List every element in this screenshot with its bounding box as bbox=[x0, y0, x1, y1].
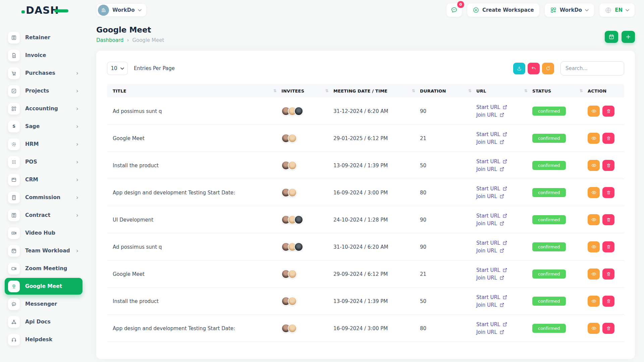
external-link-icon bbox=[502, 213, 507, 218]
external-link-icon bbox=[499, 139, 504, 144]
view-button[interactable] bbox=[588, 133, 600, 144]
sidebar-item-team-workload[interactable]: Team Workload › bbox=[5, 242, 83, 259]
undo-button[interactable] bbox=[528, 63, 540, 74]
language-selector[interactable]: EN bbox=[599, 3, 635, 17]
start-url-link[interactable]: Start URL bbox=[476, 104, 507, 110]
sort-icon[interactable]: ⇅ bbox=[468, 88, 472, 93]
sidebar-item-api-docs[interactable]: Api Docs bbox=[5, 313, 83, 330]
start-url-link[interactable]: Start URL bbox=[476, 267, 507, 273]
chevron-right-icon: › bbox=[76, 70, 78, 76]
delete-button[interactable] bbox=[602, 241, 614, 252]
table-header-status[interactable]: STATUS ⇅ bbox=[532, 88, 588, 94]
sidebar-item-accounting[interactable]: Accounting › bbox=[5, 100, 83, 117]
view-button[interactable] bbox=[588, 268, 600, 280]
start-url-link[interactable]: Start URL bbox=[476, 294, 507, 300]
sort-icon[interactable]: ⇅ bbox=[325, 88, 329, 93]
view-button[interactable] bbox=[588, 296, 600, 307]
view-button[interactable] bbox=[588, 241, 600, 252]
google-meet-icon bbox=[8, 281, 20, 292]
sidebar-item-commission[interactable]: Commission › bbox=[5, 189, 83, 206]
view-button[interactable] bbox=[588, 160, 600, 171]
create-workspace-label: Create Workspace bbox=[482, 7, 534, 13]
sidebar-item-hrm[interactable]: HRM › bbox=[5, 136, 83, 153]
delete-button[interactable] bbox=[602, 133, 614, 144]
join-url-link[interactable]: Join URL bbox=[476, 139, 504, 145]
start-url-label: Start URL bbox=[476, 131, 500, 137]
workspace-menu[interactable]: WorkDo bbox=[544, 3, 594, 17]
workspace-switcher[interactable]: WorkDo bbox=[96, 3, 147, 17]
join-url-link[interactable]: Join URL bbox=[476, 302, 504, 308]
delete-button[interactable] bbox=[602, 106, 614, 117]
invitees-cell bbox=[281, 242, 333, 251]
sidebar-item-sage[interactable]: S Sage › bbox=[5, 118, 83, 135]
sidebar-item-zoom-meeting[interactable]: Zoom Meeting bbox=[5, 260, 83, 277]
sidebar-item-contract[interactable]: Contract › bbox=[5, 207, 83, 224]
meetings-table: TITLE ⇅ INVITEES ⇅ MEETING DATE / TIME ⇅… bbox=[107, 84, 624, 342]
add-meeting-button[interactable] bbox=[622, 31, 635, 43]
sidebar-item-purchases[interactable]: Purchases › bbox=[5, 65, 83, 81]
view-button[interactable] bbox=[588, 187, 600, 198]
start-url-link[interactable]: Start URL bbox=[476, 131, 507, 137]
join-url-link[interactable]: Join URL bbox=[476, 329, 504, 335]
delete-button[interactable] bbox=[602, 187, 614, 198]
table-header-action[interactable]: ACTION bbox=[588, 88, 624, 94]
view-button[interactable] bbox=[588, 106, 600, 117]
join-url-link[interactable]: Join URL bbox=[476, 248, 504, 254]
sidebar-item-pos[interactable]: POS › bbox=[5, 154, 83, 170]
status-badge: confirmed bbox=[532, 188, 566, 197]
sidebar-item-messenger[interactable]: Messenger bbox=[5, 296, 83, 312]
sort-icon[interactable]: ⇅ bbox=[412, 88, 415, 93]
delete-button[interactable] bbox=[602, 160, 614, 171]
delete-button[interactable] bbox=[602, 268, 614, 280]
view-button[interactable] bbox=[588, 323, 600, 334]
external-link-icon bbox=[499, 248, 504, 253]
start-url-link[interactable]: Start URL bbox=[476, 213, 507, 219]
external-link-icon bbox=[502, 295, 507, 300]
calendar-view-button[interactable] bbox=[605, 31, 618, 43]
sidebar-item-video-hub[interactable]: Video Hub bbox=[5, 225, 83, 241]
join-url-link[interactable]: Join URL bbox=[476, 221, 504, 227]
sidebar-item-projects[interactable]: Projects › bbox=[5, 82, 83, 99]
view-button[interactable] bbox=[588, 214, 600, 225]
table-header-duration[interactable]: DURATION ⇅ bbox=[420, 88, 476, 94]
start-url-link[interactable]: Start URL bbox=[476, 186, 507, 192]
sidebar-item-retainer[interactable]: Retainer bbox=[5, 29, 83, 46]
sort-icon[interactable]: ⇅ bbox=[273, 88, 277, 93]
start-url-link[interactable]: Start URL bbox=[476, 240, 507, 246]
start-url-link[interactable]: Start URL bbox=[476, 321, 507, 327]
sidebar-item-invoice[interactable]: Invoice bbox=[5, 47, 83, 64]
entries-per-page-select[interactable]: 10 bbox=[107, 62, 128, 75]
status-badge: confirmed bbox=[532, 297, 566, 306]
breadcrumb-dashboard-link[interactable]: Dashboard bbox=[96, 37, 123, 43]
table-header-meeting-date-time[interactable]: MEETING DATE / TIME ⇅ bbox=[333, 88, 420, 94]
refresh-button[interactable] bbox=[542, 63, 554, 74]
meeting-duration: 90 bbox=[420, 108, 426, 114]
table-header-title[interactable]: TITLE ⇅ bbox=[107, 88, 281, 94]
delete-button[interactable] bbox=[602, 323, 614, 334]
create-workspace-button[interactable]: Create Workspace bbox=[467, 3, 540, 17]
sidebar-item-google-meet[interactable]: Google Meet bbox=[5, 278, 83, 295]
join-url-link[interactable]: Join URL bbox=[476, 193, 504, 199]
delete-button[interactable] bbox=[602, 214, 614, 225]
meeting-duration: 50 bbox=[420, 298, 426, 304]
sidebar-item-helpdesk[interactable]: Helpdesk bbox=[5, 331, 83, 348]
join-url-link[interactable]: Join URL bbox=[476, 112, 504, 118]
sort-icon[interactable]: ⇅ bbox=[580, 88, 583, 93]
delete-button[interactable] bbox=[602, 296, 614, 307]
invitee-avatar bbox=[288, 324, 297, 333]
join-url-link[interactable]: Join URL bbox=[476, 166, 504, 172]
start-url-link[interactable]: Start URL bbox=[476, 159, 507, 165]
sidebar-item-crm[interactable]: CRM › bbox=[5, 171, 83, 188]
table-header-url[interactable]: URL ⇅ bbox=[476, 88, 532, 94]
eye-icon bbox=[591, 298, 597, 304]
column-label: ACTION bbox=[588, 88, 606, 94]
join-url-link[interactable]: Join URL bbox=[476, 275, 504, 281]
sort-icon[interactable]: ⇅ bbox=[524, 88, 528, 93]
export-button[interactable] bbox=[513, 63, 525, 74]
search-input[interactable] bbox=[560, 61, 624, 75]
table-header-invitees[interactable]: INVITEES ⇅ bbox=[281, 88, 333, 94]
meeting-title: Google Meet bbox=[113, 135, 145, 141]
join-url-label: Join URL bbox=[476, 221, 497, 227]
messages-button[interactable]: 0 bbox=[446, 3, 462, 17]
external-link-icon bbox=[502, 322, 507, 327]
